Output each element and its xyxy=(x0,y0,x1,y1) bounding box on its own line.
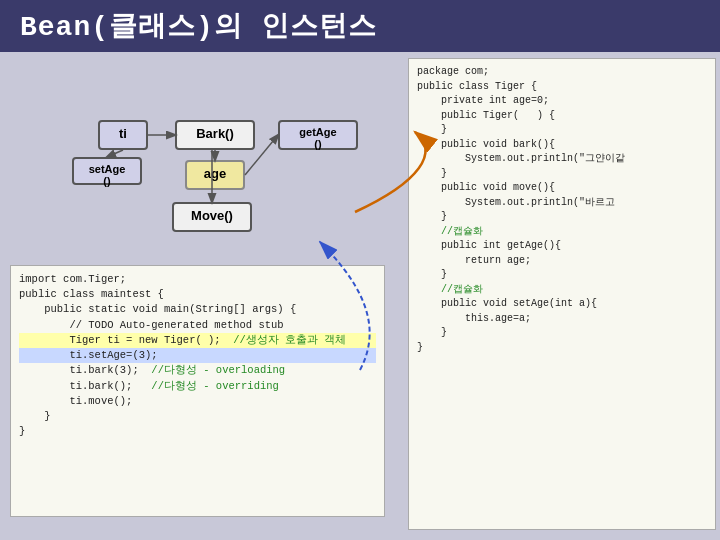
code-line-16: } xyxy=(19,424,376,439)
rc-23: } xyxy=(417,326,707,341)
box-move: Move() xyxy=(172,202,252,232)
rc-14: System.out.println("바르고 xyxy=(417,196,707,211)
code-line-8: Tiger ti = new Tiger( ); //생성자 호출과 객체 xyxy=(19,333,376,348)
box-setage: setAge() xyxy=(72,157,142,185)
code-line-10: ti.setAge=(3); xyxy=(19,348,376,363)
code-line-13: ti.move(); xyxy=(19,394,376,409)
rc-17: public int getAge(){ xyxy=(417,239,707,254)
code-line-14: } xyxy=(19,409,376,424)
right-panel: package com; public class Tiger { privat… xyxy=(400,52,720,540)
box-age: age xyxy=(185,160,245,190)
rc-16: //캡슐화 xyxy=(417,225,707,240)
rc-10: System.out.println("그얀이같 xyxy=(417,152,707,167)
main-content: ti setAge() Bark() age getAge() Move() xyxy=(0,52,720,540)
code-left: import com.Tiger; public class maintest … xyxy=(10,265,385,517)
svg-line-0 xyxy=(107,150,123,157)
rc-3: public class Tiger { xyxy=(417,80,707,95)
code-right: package com; public class Tiger { privat… xyxy=(408,58,716,530)
rc-13: public void move(){ xyxy=(417,181,707,196)
code-line-1: import com.Tiger; xyxy=(19,272,376,287)
rc-22: this.age=a; xyxy=(417,312,707,327)
rc-24: } xyxy=(417,341,707,356)
left-panel: ti setAge() Bark() age getAge() Move() xyxy=(0,52,400,540)
diagram-area: ti setAge() Bark() age getAge() Move() xyxy=(10,62,390,257)
title-bar: Bean(클래스)의 인스턴스 xyxy=(0,0,720,52)
code-line-6: // TODO Auto-generated method stub xyxy=(19,318,376,333)
rc-9: public void bark(){ xyxy=(417,138,707,153)
rc-1: package com; xyxy=(417,65,707,80)
code-line-5: public static void main(String[] args) { xyxy=(19,302,376,317)
page-title: Bean(클래스)의 인스턴스 xyxy=(20,7,377,45)
rc-5: private int age=0; xyxy=(417,94,707,109)
rc-7: } xyxy=(417,123,707,138)
code-line-11: ti.bark(3); //다형성 - overloading xyxy=(19,363,376,378)
box-ti: ti xyxy=(98,120,148,150)
code-line-3: public class maintest { xyxy=(19,287,376,302)
rc-18: return age; xyxy=(417,254,707,269)
code-line-12: ti.bark(); //다형성 - overriding xyxy=(19,379,376,394)
rc-19: } xyxy=(417,268,707,283)
rc-15: } xyxy=(417,210,707,225)
rc-21: public void setAge(int a){ xyxy=(417,297,707,312)
box-getage: getAge() xyxy=(278,120,358,150)
rc-11: } xyxy=(417,167,707,182)
rc-20: //캡슐화 xyxy=(417,283,707,298)
box-bark: Bark() xyxy=(175,120,255,150)
rc-6: public Tiger( ) { xyxy=(417,109,707,124)
